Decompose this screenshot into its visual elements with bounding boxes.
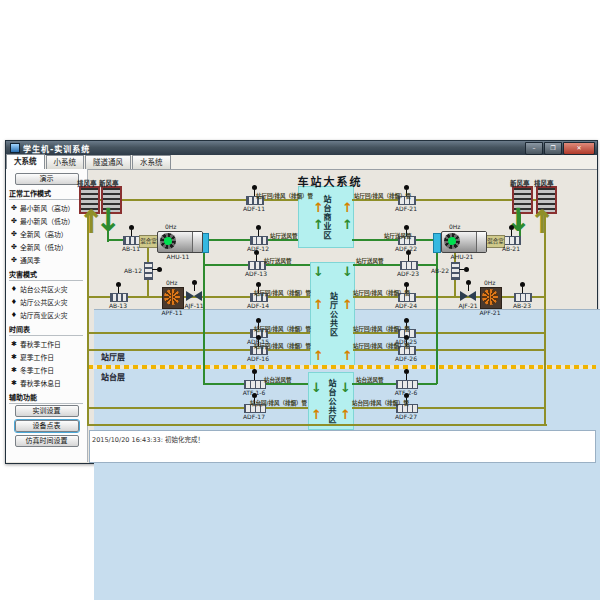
tab-3[interactable]: 水系统 xyxy=(132,155,171,169)
actuator-dot xyxy=(252,185,257,190)
ahu-fan[interactable] xyxy=(441,231,487,253)
duct-label: 站厅回/排风（排烟）管 xyxy=(353,325,410,333)
actuator-dot xyxy=(192,280,197,285)
actuator-dot xyxy=(252,369,257,374)
sidebar-item[interactable]: ✱冬季工作日 xyxy=(6,363,87,376)
close-button[interactable]: ✕ xyxy=(563,142,595,155)
butterfly-valve[interactable] xyxy=(186,291,202,301)
sidebar-item[interactable]: ✤通风季 xyxy=(6,253,87,266)
sidebar-item[interactable]: ♦站厅公共区火灾 xyxy=(6,295,87,308)
actuator-stem xyxy=(254,374,255,380)
sidebar-item[interactable]: ♦站台公共区火灾 xyxy=(6,282,87,295)
flow-arrow-up: ↑ xyxy=(529,206,556,238)
sidebar-section-header: 正常工作模式 xyxy=(9,188,83,200)
vent-tower-label: 排风亭 xyxy=(534,178,554,188)
damper[interactable] xyxy=(503,236,521,245)
ahu-hub xyxy=(164,237,172,245)
maximize-button[interactable]: ❐ xyxy=(544,142,562,155)
aux-button-1[interactable]: 设备点表 xyxy=(15,420,79,432)
sidebar-item[interactable]: ✤最小新风（低功） xyxy=(6,214,87,227)
actuator-dot xyxy=(129,225,134,230)
actuator-dot xyxy=(256,282,261,287)
duct-label: 站厅送风管 xyxy=(270,232,298,240)
fan-label: APF-11 xyxy=(155,309,189,316)
sidebar-item-label: 全新风（低功） xyxy=(20,242,68,252)
flow-arrow-down: ↓ xyxy=(313,265,324,278)
sidebar-item-label: 冬季工作日 xyxy=(20,365,54,375)
sidebar-item[interactable]: ✱春秋季工作日 xyxy=(6,337,87,350)
damper[interactable] xyxy=(244,380,266,389)
sidebar-item[interactable]: ♦站厅商业区火灾 xyxy=(6,308,87,321)
damper-label: ADF-24 xyxy=(389,302,423,309)
sidebar-item[interactable]: ✤全新风（高功） xyxy=(6,227,87,240)
duct-label: 站厅回/排风（排烟）管 xyxy=(254,289,311,297)
tab-2[interactable]: 隧道通风 xyxy=(85,155,131,169)
actuator-stem xyxy=(256,255,257,261)
duct-line xyxy=(88,407,308,409)
sidebar-item[interactable]: ✤最小新风（高功） xyxy=(6,201,87,214)
damper[interactable] xyxy=(250,236,268,245)
calendar-icon: ✱ xyxy=(10,379,18,387)
flow-arrow-down: ↓ xyxy=(340,381,351,394)
fan-icon: ✤ xyxy=(10,230,18,238)
sidebar-item[interactable]: ✱春秋季休息日 xyxy=(6,376,87,389)
actuator-dot xyxy=(404,185,409,190)
actuator-dot xyxy=(157,267,162,272)
damper[interactable] xyxy=(396,380,418,389)
fan-frequency: 0Hz xyxy=(449,223,460,230)
damper-label: ADF-14 xyxy=(241,302,275,309)
aux-button-2[interactable]: 仿真时间设置 xyxy=(15,435,79,447)
sidebar: 演示 正常工作模式✤最小新风（高功）✤最小新风（低功）✤全新风（高功）✤全新风（… xyxy=(6,169,88,462)
flow-arrow-up: ↑ xyxy=(311,408,322,421)
damper[interactable] xyxy=(400,261,418,270)
valve-label: AJF-11 xyxy=(177,302,211,309)
sidebar-item[interactable]: ✱夏季工作日 xyxy=(6,350,87,363)
damper-label: ADF-23 xyxy=(391,270,425,277)
message-log[interactable]: 2015/10/20 16:43:33: 初始化完成！ xyxy=(89,430,596,463)
demo-button[interactable]: 演示 xyxy=(15,173,79,185)
fan-label: AHU-21 xyxy=(445,253,479,260)
calendar-icon: ✱ xyxy=(10,340,18,348)
duct-line xyxy=(203,242,205,384)
flow-arrow-up: ↑ xyxy=(342,218,353,231)
butterfly-valve[interactable] xyxy=(460,291,476,301)
flow-arrow-down: ↓ xyxy=(342,265,353,278)
actuator-dot xyxy=(404,318,409,323)
flow-arrow-up: ↑ xyxy=(342,298,353,311)
ahu-fan[interactable] xyxy=(157,231,203,253)
damper[interactable] xyxy=(514,293,532,302)
duct-label: 站厅回/排风（排烟）管 xyxy=(254,325,311,333)
damper-label: ADF-17 xyxy=(237,413,271,420)
actuator-stem xyxy=(511,230,512,236)
duct-line xyxy=(87,212,89,426)
sidebar-section-header: 灾害模式 xyxy=(9,269,83,281)
fan-frequency: 0Hz xyxy=(166,279,177,286)
duct-label: 站厅回/排风（排烟）管 xyxy=(353,289,410,297)
actuator-dot xyxy=(256,318,261,323)
fire-icon: ♦ xyxy=(10,285,18,293)
vent-tower-label: 新风亭 xyxy=(99,178,119,188)
tab-1[interactable]: 小系统 xyxy=(46,155,85,169)
sidebar-item-label: 最小新风（高功） xyxy=(20,203,74,213)
tab-0[interactable]: 大系统 xyxy=(6,154,45,169)
duct-line xyxy=(544,212,546,426)
damper-label: AB-13 xyxy=(101,302,135,309)
duct-label: 站台送风管 xyxy=(356,376,384,384)
fan-icon: ✤ xyxy=(10,217,18,225)
level-label-hall: 站厅层 xyxy=(101,351,125,362)
damper-label: ATF-1-6 xyxy=(237,389,271,396)
sidebar-item[interactable]: ✤全新风（低功） xyxy=(6,240,87,253)
damper-label: ADF-22 xyxy=(389,245,423,252)
actuator-dot xyxy=(404,282,409,287)
damper-label: ADF-25 xyxy=(389,338,423,345)
damper-label: ADF-26 xyxy=(389,355,423,362)
damper[interactable] xyxy=(110,293,128,302)
tab-bar: 大系统小系统隧道通风水系统 xyxy=(6,155,597,170)
sidebar-item-label: 夏季工作日 xyxy=(20,352,54,362)
titlebar[interactable]: 学生机-实训系统 –❐✕ xyxy=(6,141,597,155)
aux-buttons: 实训设置设备点表仿真时间设置 xyxy=(6,405,87,447)
minimize-button[interactable]: – xyxy=(525,142,543,155)
actuator-stem xyxy=(194,285,195,291)
diagram-title: 车站大系统 xyxy=(270,173,390,189)
aux-button-0[interactable]: 实训设置 xyxy=(15,405,79,417)
